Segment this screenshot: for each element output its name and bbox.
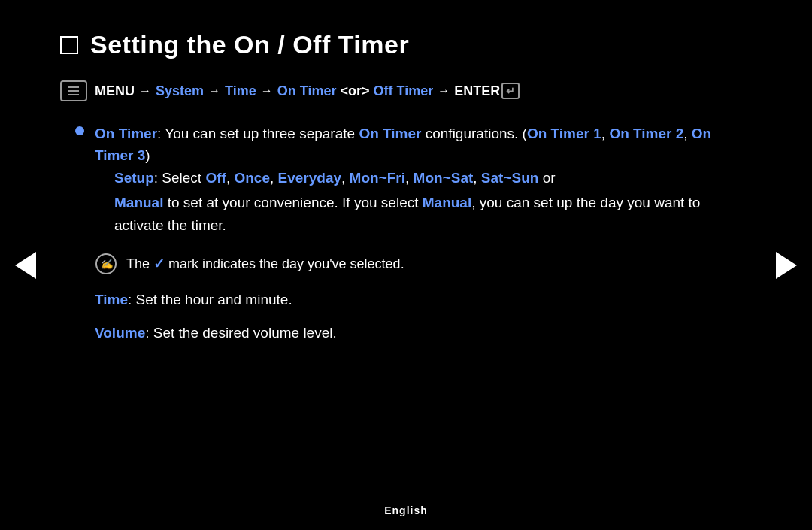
sep3: , — [341, 170, 350, 186]
content-area: On Timer: You can set up three separate … — [60, 123, 752, 344]
off-option: Off — [205, 170, 226, 186]
checkbox-icon — [60, 36, 78, 54]
volume-section: Volume: Set the desired volume level. — [75, 322, 752, 344]
breadcrumb: MENU → System → Time → On Timer <or> Off… — [60, 80, 752, 101]
paren-close: ) — [145, 147, 150, 163]
comma2: , — [683, 126, 692, 141]
or-text: or — [538, 170, 555, 186]
right-arrow-shape — [776, 252, 797, 279]
mon-sat-option: Mon~Sat — [414, 170, 474, 186]
breadcrumb-system: System — [156, 83, 204, 99]
sat-sun-option: Sat~Sun — [481, 170, 539, 186]
breadcrumb-arrow-1: → — [139, 84, 151, 98]
on-timer-suffix: configurations. ( — [421, 126, 526, 141]
note-text-after: mark indicates the day you've selected. — [165, 256, 404, 271]
breadcrumb-menu: MENU — [95, 83, 135, 99]
sep4: , — [405, 170, 414, 186]
page-title: Setting the On / Off Timer — [90, 30, 409, 59]
setup-line: Setup: Select Off, Once, Everyday, Mon~F… — [95, 167, 752, 189]
breadcrumb-arrow-2: → — [208, 84, 220, 98]
enter-label: ENTER — [454, 83, 500, 99]
sep2: , — [270, 170, 278, 186]
note-text-before: The — [126, 256, 153, 271]
checkmark: ✓ — [153, 256, 165, 271]
footer-language: English — [384, 504, 428, 516]
breadcrumb-enter: ENTER↵ — [454, 83, 520, 99]
volume-text: : Set the desired volume level. — [145, 325, 337, 341]
sep1: , — [226, 170, 235, 186]
comma1: , — [601, 126, 610, 141]
on-timer-configs: On Timer — [359, 126, 421, 141]
everyday-option: Everyday — [278, 170, 342, 186]
bullet-content: On Timer: You can set up three separate … — [95, 123, 752, 239]
once-option: Once — [234, 170, 270, 186]
time-label: Time — [95, 292, 128, 307]
title-row: Setting the On / Off Timer — [60, 30, 752, 59]
nav-arrow-right[interactable] — [774, 247, 798, 283]
on-timer-2: On Timer 2 — [609, 126, 683, 141]
note-text: The ✓ mark indicates the day you've sele… — [126, 253, 404, 274]
menu-icon — [60, 80, 87, 101]
on-timer-line1: On Timer: You can set up three separate … — [95, 123, 752, 167]
on-timer-intro: : You can set up three separate — [157, 126, 359, 141]
bullet-section: On Timer: You can set up three separate … — [75, 123, 752, 239]
nav-arrow-left[interactable] — [14, 247, 38, 283]
volume-label: Volume — [95, 325, 145, 341]
setup-colon: : Select — [154, 170, 206, 186]
manual-line: Manual to set at your convenience. If yo… — [95, 192, 752, 236]
note-row: ✍ The ✓ mark indicates the day you've se… — [75, 253, 752, 275]
breadcrumb-time: Time — [225, 83, 256, 99]
setup-label: Setup — [114, 170, 154, 186]
mon-fri-option: Mon~Fri — [350, 170, 405, 186]
on-timer-label: On Timer — [95, 126, 157, 141]
time-text: : Set the hour and minute. — [128, 292, 292, 307]
manual-label: Manual — [114, 195, 163, 210]
breadcrumb-timer: On Timer <or> Off Timer — [277, 83, 433, 99]
breadcrumb-arrow-4: → — [438, 84, 450, 98]
time-section: Time: Set the hour and minute. — [75, 289, 752, 310]
page-container: Setting the On / Off Timer MENU → System… — [0, 0, 812, 530]
bullet-dot — [75, 126, 84, 135]
manual-label2: Manual — [423, 195, 471, 210]
sep5: , — [473, 170, 481, 186]
on-timer-1: On Timer 1 — [527, 126, 601, 141]
svg-text:✍: ✍ — [100, 258, 116, 271]
enter-icon: ↵ — [501, 83, 520, 99]
breadcrumb-arrow-3: → — [261, 84, 273, 98]
left-arrow-shape — [15, 252, 36, 279]
manual-suffix: to set at your convenience. If you selec… — [163, 195, 422, 210]
note-icon: ✍ — [95, 253, 117, 275]
